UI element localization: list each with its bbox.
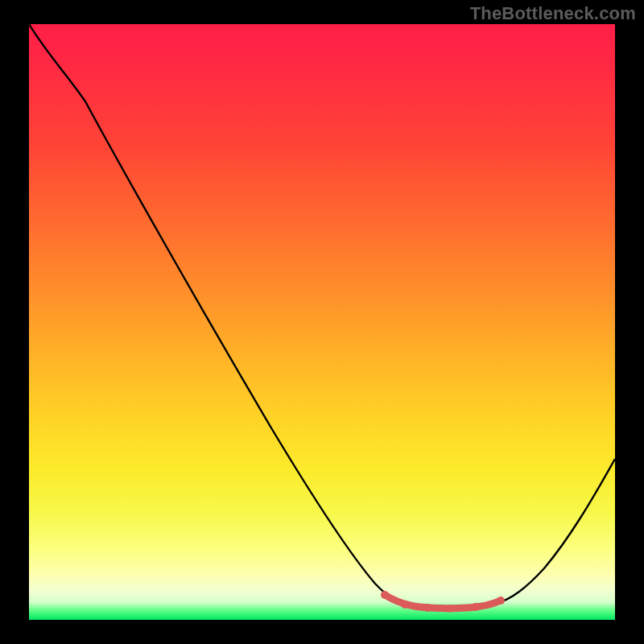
marker-dot-icon bbox=[401, 601, 409, 609]
marker-dot-icon bbox=[381, 591, 389, 599]
marker-dot-icon bbox=[423, 604, 431, 612]
chart-frame: TheBottleneck.com bbox=[0, 0, 644, 644]
bottleneck-curve-path bbox=[29, 24, 615, 607]
curve-overlay bbox=[29, 24, 615, 620]
watermark-text: TheBottleneck.com bbox=[470, 3, 636, 24]
marker-dot-icon bbox=[472, 603, 480, 611]
plot-area bbox=[29, 24, 615, 620]
marker-dot-icon bbox=[447, 605, 454, 613]
marker-dot-icon bbox=[497, 597, 505, 605]
